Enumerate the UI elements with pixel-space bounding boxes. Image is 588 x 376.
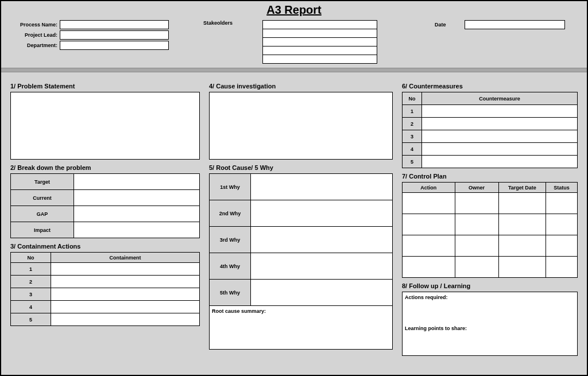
- learning-points-label: Learning points to share:: [405, 325, 467, 331]
- why2-label: 2nd Why: [210, 200, 251, 227]
- stakeholder-input-5[interactable]: [262, 55, 377, 64]
- s3-heading: 3/ Containment Actions: [10, 243, 200, 250]
- cm-cell-4[interactable]: [422, 143, 578, 156]
- cm-header: Countermeasure: [422, 92, 578, 105]
- cp-action-header: Action: [403, 183, 455, 193]
- cp-r2c4[interactable]: [546, 214, 578, 235]
- s7-heading: 7/ Control Plan: [402, 173, 578, 180]
- impact-cell[interactable]: [74, 222, 200, 238]
- header-fields: Process Name: Project Lead: Department: …: [1, 20, 587, 63]
- cp-r2c1[interactable]: [403, 214, 455, 235]
- divider: [1, 68, 587, 72]
- cp-r4c3[interactable]: [498, 257, 546, 278]
- process-name-input[interactable]: [60, 20, 169, 29]
- cm-no-3: 3: [403, 130, 422, 143]
- impact-label: Impact: [11, 222, 74, 238]
- project-lead-input[interactable]: [60, 30, 169, 40]
- stakeholder-input-1[interactable]: [262, 20, 377, 29]
- cp-target-header: Target Date: [498, 183, 546, 193]
- stakeholder-input-3[interactable]: [262, 37, 377, 46]
- s6-heading: 6/ Countermeasures: [402, 83, 578, 90]
- cm-no-2: 2: [403, 118, 422, 130]
- cp-r1c4[interactable]: [546, 193, 578, 214]
- gap-label: GAP: [11, 206, 74, 222]
- cp-status-header: Status: [546, 183, 578, 193]
- why1-label: 1st Why: [210, 174, 251, 200]
- department-input[interactable]: [60, 41, 169, 50]
- s5-heading: 5/ Root Cause/ 5 Why: [209, 164, 393, 171]
- cause-investigation-box[interactable]: [209, 92, 393, 160]
- cm-no-5: 5: [403, 156, 422, 168]
- current-cell[interactable]: [74, 190, 200, 206]
- five-why-table: 1st Why 2nd Why 3rd Why 4th Why 5th Why: [209, 173, 393, 306]
- containment-cell-1[interactable]: [51, 263, 200, 276]
- cp-r3c1[interactable]: [403, 235, 455, 257]
- s8-heading: 8/ Follow up / Learning: [402, 282, 578, 289]
- report-title: A3 Report: [1, 3, 587, 17]
- containment-cell-3[interactable]: [51, 288, 200, 301]
- containment-no-5: 5: [11, 313, 51, 326]
- current-label: Current: [11, 190, 74, 206]
- control-plan-table: Action Owner Target Date Status: [402, 182, 578, 278]
- cm-no-1: 1: [403, 105, 422, 118]
- cm-cell-3[interactable]: [422, 130, 578, 143]
- breakdown-table: Target Current GAP Impact: [10, 173, 200, 238]
- s4-heading: 4/ Cause investigation: [209, 83, 393, 90]
- stakeholders-label: Stakeolders: [203, 20, 233, 26]
- cp-r2c2[interactable]: [455, 214, 498, 235]
- cp-r1c3[interactable]: [498, 193, 546, 214]
- cp-r2c3[interactable]: [498, 214, 546, 235]
- cm-cell-1[interactable]: [422, 105, 578, 118]
- follow-up-box[interactable]: Actions required: Learning points to sha…: [402, 292, 578, 356]
- column-2: 4/ Cause investigation 5/ Root Cause/ 5 …: [209, 78, 393, 356]
- content-area: 1/ Problem Statement 2/ Break down the p…: [1, 72, 587, 363]
- why4-label: 4th Why: [210, 253, 251, 280]
- stakeholders-inputs: [262, 20, 377, 63]
- stakeholder-input-2[interactable]: [262, 29, 377, 38]
- why3-label: 3rd Why: [210, 227, 251, 253]
- cm-cell-5[interactable]: [422, 156, 578, 168]
- containment-no-2: 2: [11, 276, 51, 288]
- date-input[interactable]: [465, 20, 565, 29]
- cm-no-header: No: [403, 92, 422, 105]
- cp-owner-header: Owner: [455, 183, 498, 193]
- containment-cell-2[interactable]: [51, 276, 200, 288]
- s1-heading: 1/ Problem Statement: [10, 83, 200, 90]
- cp-r4c1[interactable]: [403, 257, 455, 278]
- containment-cell-5[interactable]: [51, 313, 200, 326]
- why1-cell[interactable]: [251, 174, 393, 200]
- containment-no-header: No: [11, 253, 51, 263]
- cp-r4c2[interactable]: [455, 257, 498, 278]
- actions-required-label: Actions required:: [405, 294, 575, 300]
- header-area: A3 Report Process Name: Project Lead: De…: [1, 1, 587, 68]
- cp-r3c4[interactable]: [546, 235, 578, 257]
- gap-cell[interactable]: [74, 206, 200, 222]
- cp-r1c1[interactable]: [403, 193, 455, 214]
- s2-heading: 2/ Break down the problem: [10, 164, 200, 171]
- column-1: 1/ Problem Statement 2/ Break down the p…: [10, 78, 200, 356]
- cp-r3c2[interactable]: [455, 235, 498, 257]
- root-cause-summary-label: Root cause summary:: [212, 308, 266, 314]
- containment-cell-4[interactable]: [51, 301, 200, 313]
- why5-cell[interactable]: [251, 280, 393, 306]
- cp-r4c4[interactable]: [546, 257, 578, 278]
- date-label: Date: [435, 22, 446, 28]
- countermeasure-table: No Countermeasure 1 2 3 4 5: [402, 92, 578, 168]
- target-cell[interactable]: [74, 174, 200, 190]
- cm-cell-2[interactable]: [422, 118, 578, 130]
- why2-cell[interactable]: [251, 200, 393, 227]
- cp-r1c2[interactable]: [455, 193, 498, 214]
- containment-no-4: 4: [11, 301, 51, 313]
- why4-cell[interactable]: [251, 253, 393, 280]
- root-cause-summary-box[interactable]: Root cause summary:: [209, 306, 393, 350]
- department-label: Department:: [13, 42, 57, 48]
- why3-cell[interactable]: [251, 227, 393, 253]
- problem-statement-box[interactable]: [10, 92, 200, 160]
- header-left-col: Process Name: Project Lead: Department:: [13, 20, 169, 50]
- target-label: Target: [11, 174, 74, 190]
- stakeholder-input-4[interactable]: [262, 46, 377, 55]
- containment-header: Containment: [51, 253, 200, 263]
- containment-no-1: 1: [11, 263, 51, 276]
- cp-r3c3[interactable]: [498, 235, 546, 257]
- why5-label: 5th Why: [210, 280, 251, 306]
